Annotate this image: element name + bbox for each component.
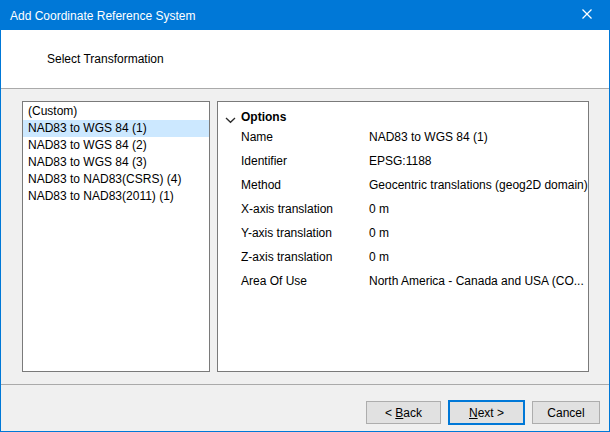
close-icon [581,8,593,23]
close-button[interactable] [564,1,609,30]
property-label: Area Of Use [241,274,307,288]
add-crs-dialog: Add Coordinate Reference System Select T… [0,0,610,432]
property-value: Geocentric translations (geog2D domain) [369,178,588,192]
property-value: NAD83 to WGS 84 (1) [369,130,488,144]
property-value: 0 m [369,250,389,264]
window-title: Add Coordinate Reference System [10,9,195,23]
property-label: Z-axis translation [241,250,332,264]
cancel-button-label: Cancel [547,406,584,420]
property-label: Identifier [241,154,287,168]
property-label: Y-axis translation [241,226,332,240]
property-row: Area Of Use North America - Canada and U… [218,273,588,297]
options-property-list: Name NAD83 to WGS 84 (1) Identifier EPSG… [218,129,588,297]
transformation-list-item[interactable]: NAD83 to WGS 84 (2) [23,137,209,154]
property-row: Identifier EPSG:1188 [218,153,588,177]
property-row: X-axis translation 0 m [218,201,588,225]
transformation-listbox[interactable]: (Custom) NAD83 to WGS 84 (1) NAD83 to WG… [22,101,210,372]
transformation-list-item[interactable]: NAD83 to WGS 84 (3) [23,154,209,171]
property-value: 0 m [369,202,389,216]
transformation-list-item[interactable]: (Custom) [23,103,209,120]
back-button[interactable]: < Back [366,401,441,424]
transformation-list-item[interactable]: NAD83 to NAD83(CSRS) (4) [23,171,209,188]
options-section-header[interactable]: Options [218,110,588,126]
property-value: North America - Canada and USA (CO... [369,274,584,288]
page-subtitle: Select Transformation [47,52,164,66]
property-value: EPSG:1188 [369,154,431,168]
next-button[interactable]: Next > [448,400,525,425]
wizard-header: Select Transformation [1,30,609,88]
property-row: Method Geocentric translations (geog2D d… [218,177,588,201]
property-row: Z-axis translation 0 m [218,249,588,273]
titlebar[interactable]: Add Coordinate Reference System [1,1,609,30]
back-button-label: < Back [385,406,422,420]
cancel-button[interactable]: Cancel [532,401,600,424]
options-title: Options [241,110,286,124]
chevron-down-icon [225,113,236,127]
transformation-list-item[interactable]: NAD83 to NAD83(2011) (1) [23,188,209,205]
property-label: Method [241,178,281,192]
header-separator [1,88,609,89]
property-label: X-axis translation [241,202,333,216]
property-row: Y-axis translation 0 m [218,225,588,249]
footer-separator [1,384,609,385]
property-row: Name NAD83 to WGS 84 (1) [218,129,588,153]
options-panel: Options Name NAD83 to WGS 84 (1) Identif… [217,101,589,372]
property-label: Name [241,130,273,144]
next-button-label: Next > [469,406,504,420]
transformation-list-item[interactable]: NAD83 to WGS 84 (1) [23,120,209,137]
property-value: 0 m [369,226,389,240]
